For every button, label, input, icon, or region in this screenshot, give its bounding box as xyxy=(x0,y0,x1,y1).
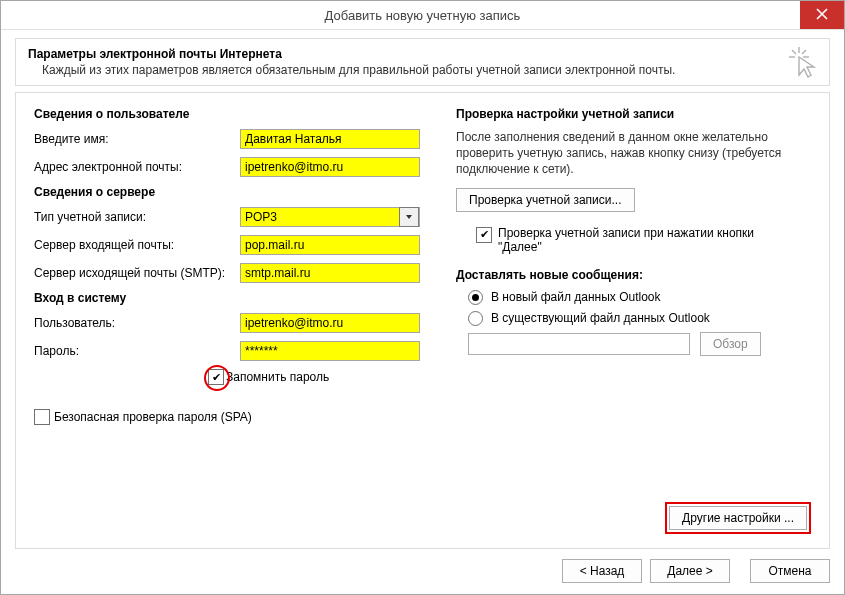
right-column: Проверка настройки учетной записи После … xyxy=(456,107,811,425)
radio-new-file-label: В новый файл данных Outlook xyxy=(491,290,661,304)
test-on-next-checkbox[interactable] xyxy=(476,227,492,243)
incoming-label: Сервер входящей почты: xyxy=(34,238,240,252)
close-icon xyxy=(816,8,828,23)
outgoing-input[interactable] xyxy=(240,263,420,283)
remember-password-label: Запомнить пароль xyxy=(226,370,329,384)
account-type-value: POP3 xyxy=(245,210,277,224)
name-input[interactable] xyxy=(240,129,420,149)
test-description: После заполнения сведений в данном окне … xyxy=(456,129,811,178)
cursor-icon xyxy=(785,45,819,79)
test-account-button[interactable]: Проверка учетной записи... xyxy=(456,188,635,212)
user-input[interactable] xyxy=(240,313,420,333)
incoming-input[interactable] xyxy=(240,235,420,255)
header-panel: Параметры электронной почты Интернета Ка… xyxy=(15,38,830,86)
radio-existing-file-label: В существующий файл данных Outlook xyxy=(491,311,710,325)
svg-line-3 xyxy=(792,50,796,54)
test-on-next-label: Проверка учетной записи при нажатии кноп… xyxy=(498,226,778,254)
account-type-label: Тип учетной записи: xyxy=(34,210,240,224)
add-account-window: Добавить новую учетную запись Параметры … xyxy=(0,0,845,595)
password-label: Пароль: xyxy=(34,344,240,358)
account-type-select[interactable]: POP3 xyxy=(240,207,420,227)
footer-buttons: < Назад Далее > Отмена xyxy=(15,559,830,583)
titlebar: Добавить новую учетную запись xyxy=(1,1,844,30)
header-title: Параметры электронной почты Интернета xyxy=(28,47,817,61)
name-label: Введите имя: xyxy=(34,132,240,146)
remember-password-checkbox[interactable] xyxy=(208,369,224,385)
outgoing-label: Сервер исходящей почты (SMTP): xyxy=(34,266,240,280)
window-title: Добавить новую учетную запись xyxy=(325,8,521,23)
section-user-info: Сведения о пользователе xyxy=(34,107,420,121)
other-settings-button[interactable]: Другие настройки ... xyxy=(669,506,807,530)
main-panel: Сведения о пользователе Введите имя: Адр… xyxy=(15,92,830,549)
close-button[interactable] xyxy=(800,1,844,29)
section-login: Вход в систему xyxy=(34,291,420,305)
email-label: Адрес электронной почты: xyxy=(34,160,240,174)
cancel-button[interactable]: Отмена xyxy=(750,559,830,583)
back-button[interactable]: < Назад xyxy=(562,559,642,583)
header-subtitle: Каждый из этих параметров является обяза… xyxy=(42,63,817,77)
section-test: Проверка настройки учетной записи xyxy=(456,107,811,121)
section-server-info: Сведения о сервере xyxy=(34,185,420,199)
spa-label: Безопасная проверка пароля (SPA) xyxy=(54,410,252,424)
next-button[interactable]: Далее > xyxy=(650,559,730,583)
left-column: Сведения о пользователе Введите имя: Адр… xyxy=(34,107,420,425)
user-label: Пользователь: xyxy=(34,316,240,330)
section-delivery: Доставлять новые сообщения: xyxy=(456,268,811,282)
spa-checkbox[interactable] xyxy=(34,409,50,425)
existing-file-input[interactable] xyxy=(468,333,690,355)
browse-button: Обзор xyxy=(700,332,761,356)
svg-line-4 xyxy=(802,50,806,54)
radio-new-file[interactable] xyxy=(468,290,483,305)
other-settings-highlight: Другие настройки ... xyxy=(665,502,811,534)
radio-existing-file[interactable] xyxy=(468,311,483,326)
email-input[interactable] xyxy=(240,157,420,177)
password-input[interactable] xyxy=(240,341,420,361)
chevron-down-icon xyxy=(399,207,419,227)
